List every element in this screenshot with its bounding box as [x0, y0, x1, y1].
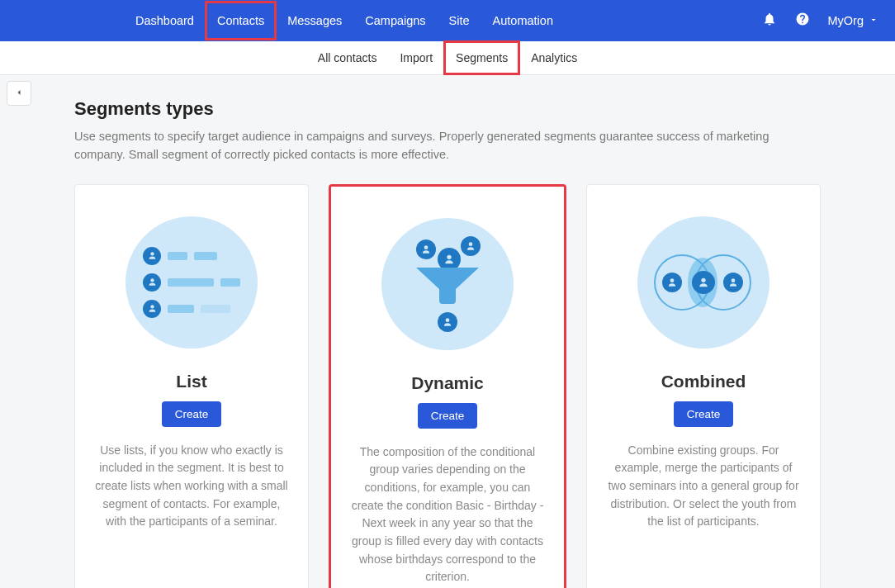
svg-point-3	[424, 245, 429, 249]
create-combined-button[interactable]: Create	[674, 401, 734, 427]
card-title: Dynamic	[346, 373, 549, 393]
collapse-sidebar-button[interactable]	[7, 81, 31, 106]
dynamic-illustration	[346, 218, 549, 350]
subnav-analytics[interactable]: Analytics	[519, 41, 589, 74]
subnav-segments[interactable]: Segments	[444, 41, 519, 74]
card-title: List	[90, 372, 293, 391]
card-title: Combined	[602, 372, 805, 391]
svg-point-1	[150, 278, 154, 282]
svg-point-2	[150, 305, 154, 308]
subnav-all-contacts[interactable]: All contacts	[306, 41, 389, 74]
nav-campaigns[interactable]: Campaigns	[353, 2, 437, 40]
create-dynamic-button[interactable]: Create	[418, 403, 478, 429]
user-icon	[438, 312, 457, 332]
user-icon	[416, 239, 436, 259]
user-icon	[143, 247, 161, 265]
svg-point-9	[732, 278, 736, 282]
user-icon	[692, 271, 715, 294]
chevron-left-icon	[14, 86, 24, 101]
user-icon	[461, 236, 481, 256]
top-nav: Dashboard Contacts Messages Campaigns Si…	[0, 0, 895, 41]
segment-card-combined: Combined Create Combine existing groups.…	[586, 184, 821, 589]
page-title: Segments types	[74, 98, 821, 120]
org-name: MyOrg	[828, 14, 864, 27]
user-icon	[143, 300, 161, 318]
sub-nav: All contacts Import Segments Analytics	[0, 41, 895, 75]
card-description: The composition of the conditional group…	[346, 443, 549, 587]
nav-automation[interactable]: Automation	[481, 2, 565, 40]
svg-point-6	[446, 318, 450, 322]
notifications-icon[interactable]	[762, 12, 777, 30]
nav-site[interactable]: Site	[438, 2, 481, 40]
svg-point-0	[150, 252, 154, 255]
svg-point-5	[469, 242, 473, 246]
combined-illustration	[602, 216, 805, 349]
list-illustration	[90, 216, 293, 349]
segment-card-dynamic: Dynamic Create The composition of the co…	[329, 184, 566, 589]
top-nav-right: MyOrg	[762, 12, 879, 30]
content: Segments types Use segments to specify t…	[0, 75, 895, 588]
segment-type-cards: List Create Use lists, if you know who e…	[74, 184, 821, 589]
top-nav-items: Dashboard Contacts Messages Campaigns Si…	[124, 2, 565, 40]
card-description: Combine existing groups. For example, me…	[602, 442, 805, 531]
nav-dashboard[interactable]: Dashboard	[124, 2, 206, 40]
user-icon	[662, 273, 682, 292]
svg-point-4	[447, 254, 451, 258]
nav-messages[interactable]: Messages	[276, 2, 353, 40]
segment-card-list: List Create Use lists, if you know who e…	[74, 184, 309, 589]
subnav-import[interactable]: Import	[388, 41, 444, 74]
chevron-down-icon	[869, 14, 878, 27]
org-selector[interactable]: MyOrg	[828, 14, 879, 27]
user-icon	[143, 273, 161, 292]
svg-point-8	[701, 277, 705, 282]
create-list-button[interactable]: Create	[162, 401, 222, 427]
card-description: Use lists, if you know who exactly is in…	[90, 442, 293, 531]
page-description: Use segments to specify target audience …	[74, 128, 801, 164]
svg-point-7	[670, 278, 675, 282]
funnel-icon	[414, 266, 481, 312]
nav-contacts[interactable]: Contacts	[206, 2, 276, 40]
help-icon[interactable]	[795, 12, 810, 30]
user-icon	[723, 273, 743, 292]
